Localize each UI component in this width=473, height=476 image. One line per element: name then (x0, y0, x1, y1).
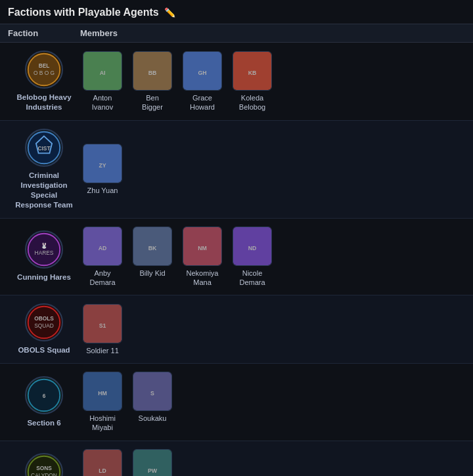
list-item[interactable]: AD AnbyDemara (80, 227, 125, 288)
list-item[interactable]: LD LucianadeMontefio (80, 449, 125, 476)
svg-text:S: S (150, 390, 154, 397)
member-name: AnbyDemara (89, 269, 115, 288)
svg-text:CIST: CIST (37, 145, 51, 152)
avatar: ND (233, 227, 272, 266)
faction-logo-obols: OBOLSSQUAD (25, 303, 63, 341)
avatar: AI (83, 51, 122, 91)
avatar: NM (183, 227, 222, 266)
svg-text:BB: BB (148, 69, 157, 76)
avatar: LD (83, 449, 122, 476)
member-name: Zhu Yuan (87, 186, 118, 195)
member-name: HoshimiMiyabi (89, 414, 116, 433)
svg-text:HARES: HARES (35, 250, 54, 257)
list-item[interactable]: PW PiperWheel (130, 449, 175, 476)
avatar: AD (83, 227, 122, 266)
faction-info-cunning: 🐰HARESCunning Hares (8, 230, 80, 282)
faction-info-belobog: BELO B O GBelobog Heavy Industries (8, 51, 80, 112)
faction-name-section6: Section 6 (27, 418, 60, 428)
faction-logo-cisrt: CIST (25, 129, 63, 167)
faction-info-section6: 6Section 6 (8, 376, 80, 428)
page-header: Factions with Playable Agents ✏️ (0, 0, 473, 24)
avatar: BB (133, 51, 172, 91)
svg-text:KB: KB (248, 69, 257, 76)
avatar: S1 (83, 304, 122, 343)
avatar: KB (233, 51, 272, 91)
members-list-sons: LD LucianadeMontefio PW PiperWheel (80, 449, 465, 476)
avatar: GH (183, 51, 222, 91)
member-name: Billy Kid (139, 269, 165, 278)
edit-icon[interactable]: ✏️ (164, 7, 175, 18)
list-item[interactable]: ND NicoleDemara (230, 227, 275, 288)
svg-text:O B O G: O B O G (34, 70, 55, 76)
faction-logo-cunning: 🐰HARES (25, 230, 63, 269)
members-list-section6: HM HoshimiMiyabi S Soukaku (80, 372, 465, 433)
list-item[interactable]: NM NekomiyaMana (180, 227, 225, 288)
list-item[interactable]: S1 Soldier 11 (80, 304, 125, 355)
faction-row-obols: OBOLSSQUADOBOLS Squad S1 Soldier 11 (0, 295, 473, 364)
svg-text:BEL: BEL (39, 62, 50, 69)
member-name: NicoleDemara (239, 269, 265, 288)
list-item[interactable]: BB BenBigger (130, 51, 175, 112)
svg-text:LD: LD (99, 467, 106, 474)
member-name: BenBigger (142, 93, 163, 112)
faction-row-cisrt: CISTCriminal Investigation Special Respo… (0, 121, 473, 219)
svg-text:HM: HM (98, 390, 107, 397)
faction-row-cunning: 🐰HARESCunning Hares AD AnbyDemara BK Bil… (0, 219, 473, 296)
list-item[interactable]: S Soukaku (130, 372, 175, 423)
page-container: Factions with Playable Agents ✏️ Faction… (0, 0, 473, 476)
page-title: Factions with Playable Agents (8, 7, 159, 18)
svg-text:🐰: 🐰 (41, 243, 48, 250)
faction-logo-belobog: BELO B O G (25, 51, 63, 89)
faction-name-belobog: Belobog Heavy Industries (14, 93, 74, 112)
member-name: GraceHoward (190, 93, 215, 112)
member-name: Soukaku (139, 414, 167, 423)
svg-text:BK: BK (148, 244, 157, 251)
avatar: HM (83, 372, 122, 411)
member-name: Soldier 11 (86, 346, 119, 355)
avatar: ZY (83, 144, 122, 183)
faction-info-cisrt: CISTCriminal Investigation Special Respo… (8, 129, 80, 210)
member-name: KoledaBelobog (239, 93, 265, 112)
list-item[interactable]: AI AntonIvanov (80, 51, 125, 112)
svg-text:AD: AD (99, 244, 107, 251)
faction-logo-section6: 6 (25, 376, 63, 414)
faction-name-cunning: Cunning Hares (17, 272, 71, 282)
member-name: NekomiyaMana (187, 269, 219, 288)
faction-col-header: Faction (8, 28, 80, 38)
table-header: Faction Members (0, 24, 473, 43)
list-item[interactable]: BK Billy Kid (130, 227, 175, 278)
faction-info-sons: SONSCALYDONSons of Calydon (8, 453, 80, 476)
svg-text:SONS: SONS (36, 465, 52, 471)
list-item[interactable]: KB KoledaBelobog (230, 51, 275, 112)
svg-text:CALYDON: CALYDON (31, 473, 57, 476)
members-col-header: Members (80, 28, 465, 38)
members-list-belobog: AI AntonIvanov BB BenBigger GH GraceHowa… (80, 51, 465, 112)
svg-text:6: 6 (43, 393, 46, 399)
members-list-cisrt: ZY Zhu Yuan (80, 144, 465, 195)
faction-info-obols: OBOLSSQUADOBOLS Squad (8, 303, 80, 355)
svg-text:SQUAD: SQUAD (34, 323, 54, 330)
faction-name-obols: OBOLS Squad (18, 345, 70, 355)
list-item[interactable]: HM HoshimiMiyabi (80, 372, 125, 433)
svg-text:OBOLS: OBOLS (34, 315, 54, 322)
member-name: AntonIvanov (92, 93, 113, 112)
svg-text:GH: GH (198, 69, 206, 76)
faction-row-belobog: BELO B O GBelobog Heavy Industries AI An… (0, 43, 473, 121)
svg-text:PW: PW (148, 467, 158, 474)
members-list-cunning: AD AnbyDemara BK Billy Kid NM NekomiyaMa… (80, 227, 465, 288)
list-item[interactable]: GH GraceHoward (180, 51, 225, 112)
factions-table: BELO B O GBelobog Heavy Industries AI An… (0, 43, 473, 476)
svg-text:S1: S1 (99, 322, 106, 328)
faction-row-section6: 6Section 6 HM HoshimiMiyabi S Soukaku (0, 364, 473, 441)
svg-text:AI: AI (100, 69, 106, 76)
faction-row-sons: SONSCALYDONSons of Calydon LD LucianadeM… (0, 441, 473, 476)
list-item[interactable]: ZY Zhu Yuan (80, 144, 125, 195)
faction-name-cisrt: Criminal Investigation Special Response … (14, 171, 74, 210)
avatar: S (133, 372, 172, 411)
avatar: PW (133, 449, 172, 476)
svg-text:ZY: ZY (99, 162, 106, 168)
svg-text:ND: ND (248, 244, 257, 251)
faction-logo-sons: SONSCALYDON (25, 453, 63, 476)
avatar: BK (133, 227, 172, 266)
svg-text:NM: NM (198, 244, 207, 251)
